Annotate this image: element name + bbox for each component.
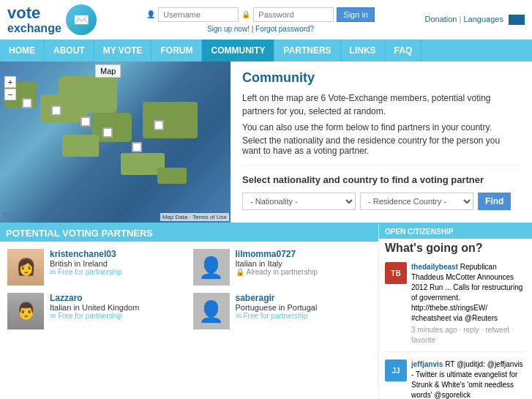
- nav-forum[interactable]: FORUM: [151, 40, 202, 61]
- zoom-in-button[interactable]: +: [4, 76, 16, 88]
- partner-status: 🔒 Already in partnership: [236, 268, 372, 276]
- partner-avatar-placeholder: 👤: [193, 249, 230, 286]
- partner-card: 👨 Lazzaro Italian in United Kingdom ✉ Fr…: [7, 293, 186, 329]
- partner-avatar-placeholder: 👤: [193, 293, 230, 329]
- logo-wrapper: vote exchange ✉️: [7, 4, 97, 35]
- person-icon: 👤: [198, 256, 224, 280]
- nav-faq[interactable]: FAQ: [386, 40, 422, 61]
- partner-status: ✉ Free for partnership: [50, 312, 186, 320]
- signup-link[interactable]: Sign up now!: [207, 25, 250, 33]
- main-content: Map + − Map Data · Terms of Use Google C…: [0, 61, 532, 223]
- activity-username[interactable]: jeffjanvis: [411, 360, 443, 368]
- map-zoom-controls: + −: [4, 76, 16, 100]
- country-select[interactable]: - Residence Country -: [360, 193, 473, 210]
- logo-vote: vote: [7, 4, 61, 22]
- activity-username[interactable]: thedailybeast: [411, 263, 458, 271]
- partner-username[interactable]: lilmomma0727: [236, 249, 372, 259]
- languages-link[interactable]: Languages: [463, 15, 503, 23]
- activity-item: TB thedailybeast Republican Thaddeus McC…: [385, 262, 526, 352]
- signin-button[interactable]: Sign in: [337, 7, 375, 22]
- password-input[interactable]: [253, 7, 334, 22]
- envelope-icon: ✉: [50, 312, 56, 320]
- map-land: [143, 102, 198, 138]
- forgot-link[interactable]: Forgot password?: [255, 25, 314, 33]
- map-section: Map + − Map Data · Terms of Use Google: [0, 61, 231, 223]
- partner-card: 👩 kristenchanel03 British in Ireland ✉ F…: [7, 249, 186, 286]
- logo-exchange: exchange: [7, 22, 61, 35]
- header: vote exchange ✉️ 👤 🔒 Sign in Sign up now…: [0, 0, 532, 40]
- map-image: Map + − Map Data · Terms of Use Google: [0, 61, 231, 223]
- find-form: - Nationality - - Residence Country - Fi…: [242, 193, 520, 210]
- reply-link[interactable]: reply: [463, 326, 479, 334]
- partners-title: POTENTIAL VOTING PARTNERS: [0, 225, 378, 242]
- partner-description: Portuguese in Portugal: [236, 303, 372, 312]
- partner-description: Italian in United Kingdom: [50, 303, 186, 312]
- nav-community[interactable]: COMMUNITY: [202, 40, 274, 61]
- community-description2: You can also use the form below to find …: [242, 122, 520, 133]
- map-container[interactable]: Map + − Map Data · Terms of Use Google: [0, 61, 231, 223]
- activity-header: OPEN CITIZENSHIP: [379, 225, 532, 239]
- nav-partners[interactable]: PARTNERS: [274, 40, 340, 61]
- find-button[interactable]: Find: [478, 193, 511, 210]
- partners-section: POTENTIAL VOTING PARTNERS 👩 kristenchane…: [0, 223, 378, 399]
- signup-links: Sign up now! | Forgot password?: [207, 25, 314, 33]
- nav-links[interactable]: LINKS: [341, 40, 386, 61]
- person-icon: 👤: [198, 299, 224, 324]
- zoom-out-button[interactable]: −: [4, 89, 16, 100]
- nav-home[interactable]: HOME: [0, 40, 45, 61]
- partner-status: ✉ Free for partnership: [50, 268, 186, 276]
- logo-icon: ✉️: [66, 4, 97, 35]
- partner-info: Lazzaro Italian in United Kingdom ✉ Free…: [50, 293, 186, 320]
- activity-item: JJ jeffjanvis RT @juditjd: @jeffjanvis -…: [385, 359, 526, 399]
- partner-username[interactable]: saberagir: [236, 293, 372, 303]
- partner-username[interactable]: kristenchanel03: [50, 249, 186, 259]
- partner-avatar: 👩: [7, 249, 44, 286]
- username-input[interactable]: [158, 7, 239, 22]
- partners-grid: 👩 kristenchanel03 British in Ireland ✉ F…: [7, 249, 371, 329]
- logo: vote exchange: [7, 4, 61, 35]
- community-section: Community Left on the map are 6 Vote-Exc…: [231, 61, 532, 223]
- partner-card: 👤 saberagir Portuguese in Portugal ✉ Fre…: [193, 293, 372, 329]
- activity-feed[interactable]: TB thedailybeast Republican Thaddeus McC…: [379, 258, 532, 399]
- envelope-icon: ✉: [50, 268, 56, 276]
- community-description3: Select the nationality and the residence…: [242, 135, 520, 156]
- map-land: [62, 135, 99, 157]
- user-icon: 👤: [146, 10, 155, 18]
- login-form: 👤 🔒 Sign in Sign up now! | Forgot passwo…: [146, 7, 375, 33]
- nav-about[interactable]: ABOUT: [45, 40, 94, 61]
- activity-avatar: JJ: [385, 359, 407, 381]
- map-label: Map: [95, 64, 121, 78]
- nav-myvote[interactable]: MY VOTE: [94, 40, 152, 61]
- lock-icon: 🔒: [236, 268, 244, 276]
- activity-content: jeffjanvis RT @juditjd: @jeffjanvis - Tw…: [411, 359, 526, 399]
- lock-icon: 🔒: [241, 10, 250, 18]
- map-pin: [80, 116, 91, 127]
- activity-content: thedailybeast Republican Thaddeus McCott…: [411, 262, 526, 346]
- partner-info: lilmomma0727 Italian in Italy 🔒 Already …: [236, 249, 372, 276]
- map-pin: [102, 127, 113, 138]
- navigation: HOME ABOUT MY VOTE FORUM COMMUNITY PARTN…: [0, 40, 532, 61]
- donation-link[interactable]: Donation: [424, 15, 457, 23]
- activity-section: OPEN CITIZENSHIP What's going on? TB the…: [378, 223, 532, 399]
- activity-title: What's going on?: [379, 239, 532, 258]
- bottom-section: POTENTIAL VOTING PARTNERS 👩 kristenchane…: [0, 223, 532, 399]
- map-pin: [22, 98, 32, 108]
- map-land: [157, 168, 187, 184]
- partner-description: Italian in Italy: [236, 259, 372, 268]
- community-description1: Left on the map are 6 Vote-Exchange memb…: [242, 92, 520, 118]
- partner-info: kristenchanel03 British in Ireland ✉ Fre…: [50, 249, 186, 276]
- community-title: Community: [242, 70, 520, 86]
- partner-card: 👤 lilmomma0727 Italian in Italy 🔒 Alread…: [193, 249, 372, 286]
- map-copyright: Map Data · Terms of Use: [160, 213, 229, 221]
- map-pin: [51, 105, 61, 116]
- favorite-link[interactable]: favorite: [411, 336, 435, 344]
- partner-info: saberagir Portuguese in Portugal ✉ Free …: [236, 293, 372, 320]
- map-pin: [132, 142, 142, 152]
- partner-username[interactable]: Lazzaro: [50, 293, 186, 303]
- activity-meta: 3 minutes ago · reply · retweet · favori…: [411, 325, 526, 346]
- retweet-link[interactable]: retweet: [485, 326, 509, 334]
- partner-description: British in Ireland: [50, 259, 186, 268]
- header-right-links: Donation | Languages: [424, 15, 525, 25]
- nationality-select[interactable]: - Nationality -: [242, 193, 356, 210]
- partner-avatar: 👨: [7, 293, 44, 329]
